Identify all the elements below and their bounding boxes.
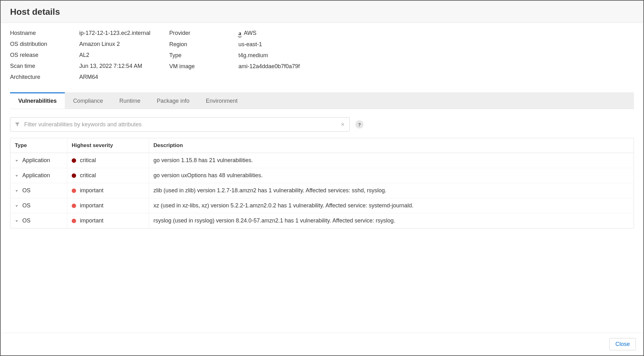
host-meta-left: Hostnameip-172-12-1-123.ec2.internalOS d…: [10, 30, 150, 85]
cell-type: Application: [10, 153, 67, 168]
meta-value: Amazon Linux 2: [79, 41, 120, 47]
cell-type: OS: [10, 198, 67, 213]
help-icon[interactable]: ?: [355, 120, 364, 129]
meta-label: Type: [169, 52, 238, 59]
cell-severity: important: [67, 183, 149, 198]
meta-value: ARM64: [79, 74, 98, 80]
modal-header: Host details: [1, 1, 643, 23]
tab-environment[interactable]: Environment: [198, 92, 246, 109]
table-row[interactable]: OSimportantzlib (used in zlib) version 1…: [10, 183, 634, 198]
meta-row: ProvideraAWS: [169, 30, 300, 37]
meta-label: OS release: [10, 52, 79, 58]
table-row[interactable]: OSimportantxz (used in xz-libs, xz) vers…: [10, 198, 634, 213]
table-body: Applicationcriticalgo version 1.15.8 has…: [10, 153, 634, 228]
cell-type-text: OS: [22, 202, 31, 209]
cell-severity-text: important: [80, 202, 103, 209]
chevron-down-icon[interactable]: [15, 159, 19, 162]
filter-row: × ?: [10, 117, 634, 132]
host-details-modal: Host details Hostnameip-172-12-1-123.ec2…: [0, 0, 644, 356]
meta-row: VM imageami-12a4ddae0b7f0a79f: [169, 63, 300, 70]
cell-severity-text: important: [80, 217, 103, 224]
cell-severity: critical: [67, 153, 149, 168]
cell-description: zlib (used in zlib) version 1.2.7-18.amz…: [149, 183, 634, 198]
meta-label: Hostname: [10, 30, 79, 36]
cell-description: go version uxOptions has 48 vulnerabilit…: [149, 168, 634, 183]
cell-type: OS: [10, 213, 67, 228]
meta-value: Jun 13, 2022 7:12:54 AM: [79, 63, 142, 69]
cell-type-text: Application: [22, 157, 50, 164]
severity-dot-icon: [72, 204, 76, 208]
cell-type-text: OS: [22, 187, 31, 194]
meta-value: ami-12a4ddae0b7f0a79f: [238, 63, 300, 70]
col-description: Description: [149, 138, 634, 153]
cell-type-text: Application: [22, 172, 50, 179]
severity-dot-icon: [72, 173, 76, 178]
meta-row: OS releaseAL2: [10, 52, 150, 58]
cell-severity-text: critical: [80, 172, 96, 179]
col-severity: Highest severity: [67, 138, 149, 153]
cell-severity: important: [67, 213, 149, 228]
chevron-down-icon[interactable]: [15, 219, 19, 223]
tab-package-info[interactable]: Package info: [148, 92, 197, 109]
meta-row: Scan timeJun 13, 2022 7:12:54 AM: [10, 63, 150, 69]
modal-body: Hostnameip-172-12-1-123.ec2.internalOS d…: [1, 23, 643, 333]
cell-type: Application: [10, 168, 67, 183]
meta-value: ip-172-12-1-123.ec2.internal: [79, 30, 150, 36]
meta-label: Region: [169, 41, 238, 48]
severity-dot-icon: [72, 158, 76, 163]
tab-vulnerabilities[interactable]: Vulnerabilities: [10, 92, 65, 109]
cell-type: OS: [10, 183, 67, 198]
severity-dot-icon: [72, 189, 76, 193]
tab-compliance[interactable]: Compliance: [65, 92, 111, 109]
cell-description: xz (used in xz-libs, xz) version 5.2.2-1…: [149, 198, 634, 213]
meta-row: OS distributionAmazon Linux 2: [10, 41, 150, 47]
chevron-down-icon[interactable]: [15, 174, 19, 178]
modal-footer: Close: [1, 333, 643, 355]
page-title: Host details: [10, 7, 634, 17]
filter-icon: [14, 121, 20, 128]
tab-runtime[interactable]: Runtime: [111, 92, 148, 109]
meta-value: AL2: [79, 52, 89, 58]
host-meta-right: ProvideraAWSRegionus-east-1Typet4g.mediu…: [169, 30, 300, 85]
table-row[interactable]: OSimportantrsyslog (used in rsyslog) ver…: [10, 213, 634, 228]
clear-icon[interactable]: ×: [340, 121, 346, 128]
meta-value: aAWS: [238, 30, 256, 37]
meta-row: ArchitectureARM64: [10, 74, 150, 80]
meta-row: Regionus-east-1: [169, 41, 300, 48]
table-row[interactable]: Applicationcriticalgo version uxOptions …: [10, 168, 634, 183]
col-type: Type: [10, 138, 67, 153]
meta-row: Typet4g.medium: [169, 52, 300, 59]
meta-label: VM image: [169, 63, 238, 70]
cell-severity-text: critical: [80, 157, 96, 164]
chevron-down-icon[interactable]: [15, 189, 19, 193]
filter-input-wrap[interactable]: ×: [10, 117, 350, 132]
chevron-down-icon[interactable]: [15, 204, 19, 208]
cell-type-text: OS: [22, 217, 31, 224]
severity-dot-icon: [72, 219, 76, 223]
host-meta: Hostnameip-172-12-1-123.ec2.internalOS d…: [10, 30, 634, 85]
meta-row: Hostnameip-172-12-1-123.ec2.internal: [10, 30, 150, 36]
meta-label: Provider: [169, 30, 238, 37]
meta-value-text: AWS: [244, 30, 256, 36]
cell-description: rsyslog (used in rsyslog) version 8.24.0…: [149, 213, 634, 228]
table-row[interactable]: Applicationcriticalgo version 1.15.8 has…: [10, 153, 634, 168]
vulnerabilities-table: Type Highest severity Description Applic…: [10, 138, 634, 228]
meta-value: t4g.medium: [238, 52, 268, 59]
filter-input[interactable]: [24, 121, 340, 128]
cell-severity-text: important: [80, 187, 103, 194]
meta-value: us-east-1: [238, 41, 262, 48]
meta-label: OS distribution: [10, 41, 79, 47]
meta-label: Scan time: [10, 63, 79, 69]
table-header-row: Type Highest severity Description: [10, 138, 634, 153]
meta-label: Architecture: [10, 74, 79, 80]
cell-severity: critical: [67, 168, 149, 183]
cell-severity: important: [67, 198, 149, 213]
aws-icon: a: [238, 30, 241, 36]
close-button[interactable]: Close: [609, 338, 636, 350]
tabs: VulnerabilitiesComplianceRuntimePackage …: [10, 92, 634, 109]
cell-description: go version 1.15.8 has 21 vulnerabilities…: [149, 153, 634, 168]
